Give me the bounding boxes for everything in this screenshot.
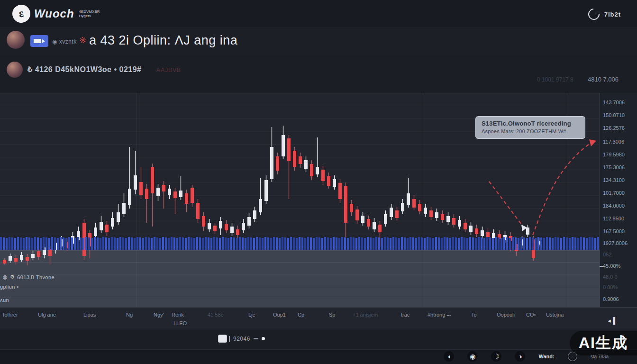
volume-bar bbox=[154, 237, 155, 250]
secondary-avatar[interactable] bbox=[7, 62, 23, 78]
volume-bar bbox=[142, 238, 144, 250]
price-axis[interactable]: 143.7006150.0710126.2576117.3006179.5980… bbox=[600, 93, 637, 307]
volume-bar bbox=[321, 238, 323, 250]
volume-bar bbox=[438, 237, 440, 250]
volume-bar bbox=[410, 237, 411, 250]
trend-line-up[interactable] bbox=[533, 142, 592, 235]
indicator-logo-icon: ◍ bbox=[3, 274, 8, 280]
volume-bar bbox=[509, 238, 511, 250]
candle-body bbox=[270, 147, 273, 179]
candle-body bbox=[378, 225, 382, 232]
candle-body bbox=[145, 189, 148, 199]
trend-line-down[interactable] bbox=[489, 182, 524, 228]
candle-body bbox=[156, 188, 160, 196]
half-moon-icon[interactable]: ◖ bbox=[444, 351, 454, 362]
volume-bar bbox=[233, 237, 235, 250]
volume-bar bbox=[108, 238, 110, 250]
volume-bar bbox=[560, 238, 562, 250]
volume-bar bbox=[202, 238, 204, 250]
volume-bar bbox=[267, 237, 269, 250]
time-tick-label: trac bbox=[401, 312, 410, 318]
volume-bar bbox=[574, 237, 576, 250]
time-sub-label: I LEO bbox=[173, 320, 187, 326]
volume-bar bbox=[344, 237, 346, 250]
indicator-sub-label: gpliun • bbox=[0, 284, 18, 290]
volume-bar bbox=[80, 237, 82, 250]
candle-body bbox=[264, 180, 268, 201]
volume-bar bbox=[253, 238, 255, 250]
pie-icon[interactable]: ◑ bbox=[515, 351, 525, 362]
price-tick-label: 126.2576 bbox=[603, 125, 625, 131]
target-icon[interactable]: ◉ bbox=[467, 351, 478, 362]
candle-body bbox=[105, 225, 109, 232]
crescent-icon[interactable]: ☽ bbox=[491, 351, 501, 362]
volume-bar bbox=[6, 238, 8, 250]
axis-collapse-icon[interactable]: ◂▐ bbox=[608, 317, 615, 324]
candle-body bbox=[26, 257, 29, 261]
chart-region[interactable]: 143.7006150.0710126.2576117.3006179.5980… bbox=[0, 93, 637, 307]
time-tick-label: Ng bbox=[126, 312, 133, 318]
volume-bar bbox=[100, 238, 101, 250]
volume-bar bbox=[193, 238, 195, 250]
candle-body bbox=[367, 219, 370, 227]
app-logo[interactable]: ε Wuoch 4EDVMXBR Hygerv bbox=[12, 5, 100, 23]
user-avatar[interactable] bbox=[7, 31, 25, 49]
candle-body bbox=[117, 212, 120, 222]
time-axis[interactable]: ◂▐ TolhrerUlg aneLipasNgNgy'Rerik41 58eL… bbox=[0, 307, 637, 329]
volume-bar bbox=[461, 237, 463, 250]
volume-bar bbox=[381, 238, 383, 250]
volume-bar bbox=[392, 237, 394, 250]
volume-bar bbox=[452, 237, 454, 250]
refresh-circle-icon[interactable] bbox=[586, 6, 602, 22]
volume-bar bbox=[165, 237, 167, 250]
candle-body bbox=[3, 260, 6, 264]
volume-bar bbox=[318, 237, 320, 250]
volume-bar bbox=[378, 237, 380, 250]
volume-bar bbox=[327, 237, 329, 250]
price-tick-label: 101.7000 bbox=[603, 190, 625, 196]
wand-label[interactable]: Wand: bbox=[538, 354, 554, 359]
volume-bar bbox=[336, 237, 337, 250]
tooltip-subtitle: Aspoes Mars: 200 ZOOZETHM.W# bbox=[482, 128, 579, 134]
volume-bar bbox=[34, 237, 36, 250]
volume-bar bbox=[23, 238, 25, 250]
faint-red-label: AAJBVB bbox=[156, 67, 181, 73]
volume-bar bbox=[512, 237, 514, 250]
volume-bar bbox=[481, 237, 482, 250]
volume-bar bbox=[171, 237, 173, 250]
bottom-toolbar: 92046 bbox=[0, 329, 637, 350]
indicator-sub-row: gpliun • bbox=[0, 284, 18, 290]
time-tick-label: To bbox=[471, 312, 477, 318]
volume-bar bbox=[418, 237, 420, 250]
volume-bar bbox=[492, 238, 494, 250]
volume-bar bbox=[441, 238, 443, 250]
volume-bar bbox=[310, 237, 312, 250]
checkbox-icon[interactable] bbox=[218, 335, 227, 343]
volume-bar bbox=[40, 238, 42, 250]
volume-bar bbox=[316, 237, 318, 250]
candle-body bbox=[373, 222, 376, 229]
candle-body bbox=[122, 203, 126, 214]
bar-counter-control[interactable]: 92046 bbox=[218, 335, 265, 343]
volume-bar bbox=[65, 238, 67, 250]
indicator-settings-icon[interactable]: ⚙ bbox=[10, 274, 15, 280]
volume-bar bbox=[546, 237, 548, 250]
time-tick-label: Cp bbox=[298, 312, 304, 318]
volume-bar bbox=[156, 237, 158, 250]
volume-bar bbox=[82, 238, 84, 250]
price-tick-label: 48.0 0 bbox=[603, 274, 618, 280]
symbol-badge[interactable] bbox=[30, 35, 48, 47]
volume-bar bbox=[563, 237, 565, 250]
volume-bar bbox=[14, 238, 16, 250]
volume-bar bbox=[9, 237, 10, 250]
volume-bar bbox=[387, 237, 389, 250]
faint-ohlc-value: 0 1001 9717 8 bbox=[537, 76, 573, 83]
volume-bar bbox=[526, 238, 528, 250]
candle-body bbox=[344, 186, 347, 223]
price-tick-label: 184.0000 bbox=[603, 203, 625, 209]
indicator-legend-row[interactable]: ◍ ⚙ 6013'B Thvone bbox=[3, 274, 55, 280]
price-tick-label: 150.0710 bbox=[603, 112, 625, 118]
volume-bar bbox=[43, 237, 45, 250]
nav-right-label[interactable]: 7ib2t bbox=[604, 11, 621, 18]
candle-body bbox=[429, 210, 433, 217]
